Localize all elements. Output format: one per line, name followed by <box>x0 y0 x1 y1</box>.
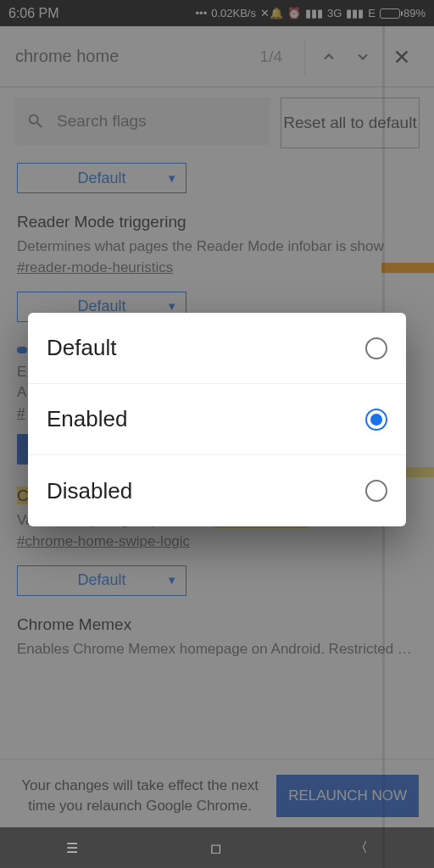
option-disabled[interactable]: Disabled <box>28 455 406 526</box>
recent-apps-button[interactable]: ☰ <box>66 840 78 856</box>
radio-checked-icon <box>365 409 387 431</box>
radio-icon <box>365 337 387 359</box>
flag-value-dialog: Default Enabled Disabled <box>28 313 406 526</box>
option-default[interactable]: Default <box>28 313 406 384</box>
home-button[interactable]: ◻ <box>210 840 221 856</box>
android-nav-bar: ☰ ◻ 〈 <box>0 827 434 868</box>
option-enabled[interactable]: Enabled <box>28 384 406 455</box>
back-button[interactable]: 〈 <box>354 839 368 857</box>
radio-icon <box>365 480 387 502</box>
